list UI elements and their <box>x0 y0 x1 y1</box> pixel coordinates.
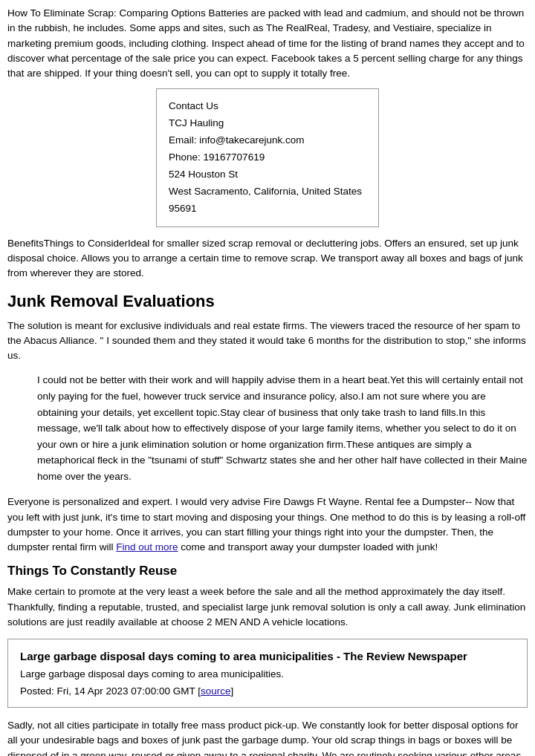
contact-email-address: info@takecarejunk.com <box>199 134 304 146</box>
section1-body2-after-link: come and transport away your dumpster lo… <box>178 541 438 553</box>
news-source-link[interactable]: source <box>201 685 231 697</box>
contact-email-label: Email: <box>169 134 197 146</box>
contact-phone-number: 19167707619 <box>204 151 265 163</box>
news-box-desc: Large garbage disposal days coming to ar… <box>20 668 515 680</box>
contact-box: Contact Us TCJ Hauling Email: info@takec… <box>156 88 379 227</box>
find-out-more-link[interactable]: Find out more <box>116 541 178 553</box>
section2-title: Things To Constantly Reuse <box>7 564 528 579</box>
contact-address2: West Sacramento, California, United Stat… <box>169 183 366 201</box>
contact-company: TCJ Hauling <box>169 115 366 132</box>
intro-paragraph: How To Eliminate Scrap: Comparing Option… <box>7 6 528 81</box>
news-posted-label: Posted: <box>20 685 54 697</box>
news-box-title: Large garbage disposal days coming to ar… <box>20 650 515 662</box>
contact-email-line: Email: info@takecarejunk.com <box>169 132 366 149</box>
section1-blockquote: I could not be better with their work an… <box>37 372 528 484</box>
section2-body: Make certain to promote at the very leas… <box>7 584 528 630</box>
section1-body1: The solution is meant for exclusive indi… <box>7 319 528 364</box>
section3-body: Sadly, not all cities participate in tot… <box>7 718 528 756</box>
contact-phone-label: Phone: <box>169 151 201 163</box>
section1-title: Junk Removal Evaluations <box>7 292 528 311</box>
contact-address1: 524 Houston St <box>169 166 366 183</box>
news-box-date: Posted: Fri, 14 Apr 2023 07:00:00 GMT [s… <box>20 685 515 697</box>
news-date-value: Fri, 14 Apr 2023 07:00:00 GMT <box>57 685 195 697</box>
news-box: Large garbage disposal days coming to ar… <box>7 639 528 708</box>
benefits-paragraph: BenefitsThings to ConsiderIdeal for smal… <box>7 236 528 281</box>
contact-phone-line: Phone: 19167707619 <box>169 149 366 166</box>
section1-body2: Everyone is personalized and expert. I w… <box>7 495 528 555</box>
contact-zip: 95691 <box>169 201 366 218</box>
news-bracket-close: ] <box>230 685 233 697</box>
contact-label: Contact Us <box>169 98 366 115</box>
